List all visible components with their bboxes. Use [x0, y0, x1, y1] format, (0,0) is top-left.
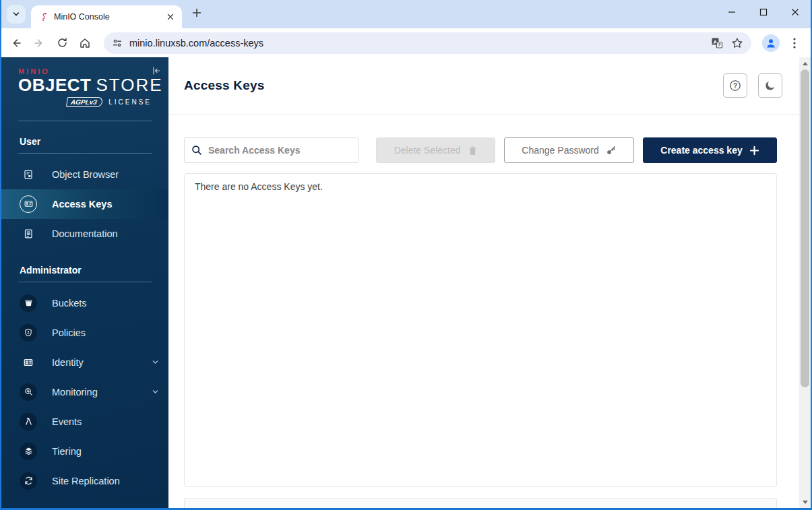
minio-logo: MINIO OBJECTSTORE AGPLv3 LICENSE	[1, 57, 168, 107]
tab-close-icon[interactable]	[164, 11, 177, 23]
home-button[interactable]	[74, 32, 96, 54]
close-window-button[interactable]	[779, 0, 811, 24]
search-input[interactable]	[208, 145, 351, 156]
bookmark-star-icon[interactable]	[731, 37, 743, 49]
plus-icon	[192, 8, 201, 18]
delete-selected-button[interactable]: Delete Selected	[376, 137, 495, 163]
url-text: minio.linuxsb.com/access-keys	[129, 38, 704, 49]
object-store-title: OBJECTSTORE	[18, 75, 152, 95]
tiering-layers-icon	[20, 443, 37, 460]
sidebar-item-tiering[interactable]: Tiering	[1, 437, 168, 466]
buckets-icon	[20, 294, 37, 312]
minimize-button[interactable]	[716, 0, 747, 24]
sidebar-divider	[18, 282, 152, 282]
section-label-administrator: Administrator	[1, 249, 168, 282]
chevron-down-icon[interactable]	[152, 388, 159, 395]
user-nav: Object Browser Access Keys	[1, 160, 168, 249]
sidebar-item-label: Policies	[52, 327, 86, 338]
back-arrow-icon	[10, 37, 22, 49]
sidebar-divider	[18, 153, 152, 154]
access-keys-list-panel: There are no Access Keys yet.	[184, 173, 777, 487]
plus-icon	[749, 146, 759, 156]
sidebar-item-buckets[interactable]: Buckets	[1, 288, 168, 318]
forward-button[interactable]	[28, 32, 50, 54]
browser-toolbar: minio.linuxsb.com/access-keys A	[1, 28, 811, 57]
window-controls	[716, 0, 811, 24]
sidebar-item-events[interactable]: Events	[1, 407, 168, 437]
agpl-badge: AGPLv3	[66, 97, 103, 107]
sidebar-item-identity[interactable]: Identity	[1, 348, 168, 377]
sidebar: MINIO OBJECTSTORE AGPLv3 LICENSE User	[1, 57, 168, 508]
empty-state-text: There are no Access Keys yet.	[195, 181, 323, 192]
access-keys-icon	[20, 195, 37, 213]
scrollbar-thumb[interactable]	[801, 69, 809, 387]
sidebar-item-policies[interactable]: Policies	[1, 318, 168, 348]
reload-icon	[57, 37, 68, 49]
browser-window: MinIO Console	[0, 0, 812, 510]
scrollbar-down-arrow[interactable]	[799, 497, 811, 507]
create-access-key-button[interactable]: Create access key	[643, 137, 777, 163]
sidebar-item-label: Tiering	[52, 446, 82, 457]
sidebar-item-monitoring[interactable]: Monitoring	[1, 377, 168, 407]
create-access-key-label: Create access key	[660, 145, 742, 156]
maximize-icon	[759, 8, 768, 16]
object-browser-icon	[20, 166, 37, 183]
omnibox-action-icons: A	[711, 37, 743, 49]
license-label: LICENSE	[108, 98, 152, 106]
page-title: Access Keys	[184, 78, 264, 93]
access-keys-toolbar: Delete Selected Change Password	[184, 137, 777, 163]
page-body: MINIO OBJECTSTORE AGPLv3 LICENSE User	[1, 57, 811, 508]
home-icon	[79, 37, 91, 49]
scrollbar-up-arrow[interactable]	[799, 58, 811, 69]
search-access-keys-box[interactable]	[184, 137, 358, 163]
forward-arrow-icon	[33, 37, 45, 49]
sidebar-item-label: Documentation	[52, 228, 118, 239]
sidebar-item-label: Access Keys	[52, 199, 113, 210]
help-button[interactable]: ?	[723, 73, 747, 98]
dark-mode-button[interactable]	[758, 73, 782, 98]
delete-selected-label: Delete Selected	[394, 145, 461, 156]
search-icon	[191, 145, 202, 156]
translate-icon[interactable]: A	[711, 37, 723, 49]
moon-icon	[764, 79, 776, 92]
tab-title: MinIO Console	[54, 12, 159, 22]
secondary-panel	[184, 498, 777, 508]
minio-flamingo-favicon	[39, 12, 49, 22]
license-row: AGPLv3 LICENSE	[18, 97, 152, 107]
chevron-down-icon[interactable]	[152, 358, 159, 366]
browser-tab-strip: MinIO Console	[1, 0, 811, 28]
minimize-icon	[728, 8, 736, 16]
section-label-user: User	[1, 121, 168, 153]
sidebar-item-label: Site Replication	[52, 476, 120, 486]
sidebar-collapse-icon[interactable]	[151, 65, 162, 76]
header-actions: ?	[723, 73, 782, 98]
documentation-icon	[20, 225, 37, 243]
maximize-button[interactable]	[747, 0, 779, 24]
page-scrollbar[interactable]	[799, 57, 811, 508]
site-settings-icon[interactable]	[112, 38, 123, 49]
help-icon: ?	[728, 79, 742, 92]
key-icon	[606, 145, 617, 156]
sidebar-item-documentation[interactable]: Documentation	[1, 219, 168, 249]
browser-menu-button[interactable]	[785, 34, 804, 53]
browser-tab-minio-console[interactable]: MinIO Console	[31, 5, 182, 28]
back-button[interactable]	[5, 32, 27, 54]
tab-search-button[interactable]	[7, 5, 26, 24]
new-tab-button[interactable]	[187, 3, 206, 22]
main-content: Access Keys ?	[168, 57, 799, 508]
events-lambda-icon	[20, 413, 37, 431]
sidebar-item-site-replication[interactable]: Site Replication	[1, 466, 168, 496]
profile-avatar[interactable]	[762, 34, 780, 52]
sidebar-item-label: Identity	[52, 357, 84, 368]
site-replication-icon	[20, 472, 37, 490]
monitoring-icon	[20, 383, 37, 401]
trash-icon	[468, 146, 478, 156]
sidebar-item-access-keys[interactable]: Access Keys	[1, 189, 168, 219]
identity-icon	[20, 354, 37, 371]
policies-icon	[20, 324, 37, 342]
address-bar[interactable]: minio.linuxsb.com/access-keys A	[104, 32, 751, 54]
sidebar-item-object-browser[interactable]: Object Browser	[1, 160, 168, 189]
change-password-button[interactable]: Change Password	[504, 137, 634, 163]
reload-button[interactable]	[51, 32, 73, 54]
triangle-down-icon	[803, 501, 808, 504]
